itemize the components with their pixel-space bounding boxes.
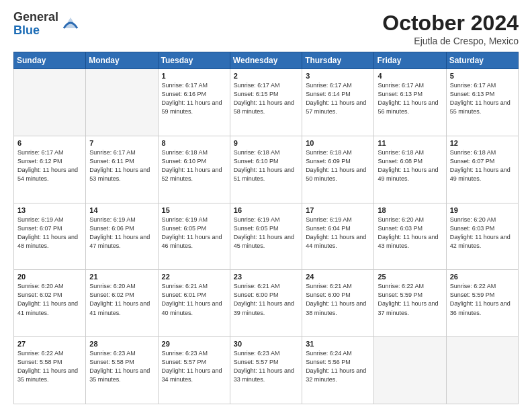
header: General Blue October 2024 Ejutla de Cres… bbox=[13, 11, 519, 46]
calendar-week-row: 13Sunrise: 6:19 AMSunset: 6:07 PMDayligh… bbox=[14, 203, 519, 270]
day-info: Sunrise: 6:23 AMSunset: 5:58 PMDaylight:… bbox=[89, 349, 154, 384]
calendar-cell: 4Sunrise: 6:17 AMSunset: 6:13 PMDaylight… bbox=[374, 69, 446, 136]
logo: General Blue bbox=[13, 11, 80, 38]
calendar-cell: 30Sunrise: 6:23 AMSunset: 5:57 PMDayligh… bbox=[230, 337, 302, 404]
calendar-cell: 22Sunrise: 6:21 AMSunset: 6:01 PMDayligh… bbox=[158, 270, 230, 337]
calendar-cell: 23Sunrise: 6:21 AMSunset: 6:00 PMDayligh… bbox=[230, 270, 302, 337]
calendar-cell: 21Sunrise: 6:20 AMSunset: 6:02 PMDayligh… bbox=[86, 270, 158, 337]
day-info: Sunrise: 6:18 AMSunset: 6:08 PMDaylight:… bbox=[378, 148, 442, 183]
day-info: Sunrise: 6:17 AMSunset: 6:15 PMDaylight:… bbox=[234, 81, 298, 116]
day-info: Sunrise: 6:21 AMSunset: 6:01 PMDaylight:… bbox=[162, 282, 226, 317]
weekday-header: Thursday bbox=[302, 52, 374, 69]
day-info: Sunrise: 6:24 AMSunset: 5:56 PMDaylight:… bbox=[306, 349, 370, 384]
day-info: Sunrise: 6:17 AMSunset: 6:13 PMDaylight:… bbox=[450, 81, 515, 116]
calendar-cell: 3Sunrise: 6:17 AMSunset: 6:14 PMDaylight… bbox=[302, 69, 374, 136]
calendar-cell: 11Sunrise: 6:18 AMSunset: 6:08 PMDayligh… bbox=[374, 136, 446, 203]
day-number: 20 bbox=[17, 273, 82, 281]
calendar-cell: 24Sunrise: 6:21 AMSunset: 6:00 PMDayligh… bbox=[302, 270, 374, 337]
day-info: Sunrise: 6:17 AMSunset: 6:16 PMDaylight:… bbox=[162, 81, 226, 116]
calendar-week-row: 20Sunrise: 6:20 AMSunset: 6:02 PMDayligh… bbox=[14, 270, 519, 337]
day-number: 23 bbox=[234, 273, 298, 281]
day-number: 25 bbox=[378, 273, 442, 281]
day-info: Sunrise: 6:22 AMSunset: 5:58 PMDaylight:… bbox=[17, 349, 82, 384]
day-number: 12 bbox=[450, 139, 515, 147]
calendar-cell bbox=[14, 69, 86, 136]
day-number: 28 bbox=[89, 340, 154, 348]
day-number: 8 bbox=[162, 139, 226, 147]
calendar-cell: 9Sunrise: 6:18 AMSunset: 6:10 PMDaylight… bbox=[230, 136, 302, 203]
weekday-header: Saturday bbox=[446, 52, 518, 69]
calendar-cell bbox=[446, 337, 518, 404]
weekday-header: Monday bbox=[86, 52, 158, 69]
day-info: Sunrise: 6:21 AMSunset: 6:00 PMDaylight:… bbox=[234, 282, 298, 317]
calendar-cell: 12Sunrise: 6:18 AMSunset: 6:07 PMDayligh… bbox=[446, 136, 518, 203]
calendar-cell: 14Sunrise: 6:19 AMSunset: 6:06 PMDayligh… bbox=[86, 203, 158, 270]
weekday-header: Friday bbox=[374, 52, 446, 69]
calendar-cell: 5Sunrise: 6:17 AMSunset: 6:13 PMDaylight… bbox=[446, 69, 518, 136]
calendar-cell: 27Sunrise: 6:22 AMSunset: 5:58 PMDayligh… bbox=[14, 337, 86, 404]
day-number: 18 bbox=[378, 206, 442, 214]
calendar-cell: 29Sunrise: 6:23 AMSunset: 5:57 PMDayligh… bbox=[158, 337, 230, 404]
page: General Blue October 2024 Ejutla de Cres… bbox=[0, 0, 532, 411]
day-number: 6 bbox=[17, 139, 82, 147]
day-number: 5 bbox=[450, 72, 515, 80]
day-info: Sunrise: 6:18 AMSunset: 6:10 PMDaylight:… bbox=[234, 148, 298, 183]
day-info: Sunrise: 6:17 AMSunset: 6:14 PMDaylight:… bbox=[306, 81, 370, 116]
day-number: 24 bbox=[306, 273, 370, 281]
day-number: 13 bbox=[17, 206, 82, 214]
day-info: Sunrise: 6:20 AMSunset: 6:03 PMDaylight:… bbox=[378, 216, 442, 250]
calendar-table: SundayMondayTuesdayWednesdayThursdayFrid… bbox=[13, 52, 519, 404]
calendar-week-row: 6Sunrise: 6:17 AMSunset: 6:12 PMDaylight… bbox=[14, 136, 519, 203]
calendar-cell: 19Sunrise: 6:20 AMSunset: 6:03 PMDayligh… bbox=[446, 203, 518, 270]
day-number: 27 bbox=[17, 340, 82, 348]
calendar-cell: 2Sunrise: 6:17 AMSunset: 6:15 PMDaylight… bbox=[230, 69, 302, 136]
day-info: Sunrise: 6:17 AMSunset: 6:11 PMDaylight:… bbox=[89, 148, 154, 183]
day-number: 4 bbox=[378, 72, 442, 80]
calendar-week-row: 1Sunrise: 6:17 AMSunset: 6:16 PMDaylight… bbox=[14, 69, 519, 136]
calendar-cell: 15Sunrise: 6:19 AMSunset: 6:05 PMDayligh… bbox=[158, 203, 230, 270]
day-number: 11 bbox=[378, 139, 442, 147]
day-info: Sunrise: 6:18 AMSunset: 6:10 PMDaylight:… bbox=[162, 148, 226, 183]
day-info: Sunrise: 6:19 AMSunset: 6:05 PMDaylight:… bbox=[162, 216, 226, 250]
day-number: 30 bbox=[234, 340, 298, 348]
day-info: Sunrise: 6:23 AMSunset: 5:57 PMDaylight:… bbox=[162, 349, 226, 384]
day-number: 3 bbox=[306, 72, 370, 80]
weekday-header: Tuesday bbox=[158, 52, 230, 69]
day-number: 26 bbox=[450, 273, 515, 281]
day-info: Sunrise: 6:19 AMSunset: 6:07 PMDaylight:… bbox=[17, 216, 82, 250]
logo-blue-text: Blue bbox=[13, 24, 58, 38]
day-info: Sunrise: 6:19 AMSunset: 6:05 PMDaylight:… bbox=[234, 216, 298, 250]
day-info: Sunrise: 6:21 AMSunset: 6:00 PMDaylight:… bbox=[306, 282, 370, 317]
day-info: Sunrise: 6:22 AMSunset: 5:59 PMDaylight:… bbox=[378, 282, 442, 317]
calendar-cell: 26Sunrise: 6:22 AMSunset: 5:59 PMDayligh… bbox=[446, 270, 518, 337]
calendar-cell: 18Sunrise: 6:20 AMSunset: 6:03 PMDayligh… bbox=[374, 203, 446, 270]
day-info: Sunrise: 6:19 AMSunset: 6:04 PMDaylight:… bbox=[306, 216, 370, 250]
day-number: 7 bbox=[89, 139, 154, 147]
calendar-cell: 17Sunrise: 6:19 AMSunset: 6:04 PMDayligh… bbox=[302, 203, 374, 270]
day-number: 1 bbox=[162, 72, 226, 80]
weekday-header: Sunday bbox=[14, 52, 86, 69]
calendar-cell: 10Sunrise: 6:18 AMSunset: 6:09 PMDayligh… bbox=[302, 136, 374, 203]
calendar-week-row: 27Sunrise: 6:22 AMSunset: 5:58 PMDayligh… bbox=[14, 337, 519, 404]
day-number: 14 bbox=[89, 206, 154, 214]
weekday-header: Wednesday bbox=[230, 52, 302, 69]
day-number: 22 bbox=[162, 273, 226, 281]
calendar-cell: 20Sunrise: 6:20 AMSunset: 6:02 PMDayligh… bbox=[14, 270, 86, 337]
calendar-cell: 28Sunrise: 6:23 AMSunset: 5:58 PMDayligh… bbox=[86, 337, 158, 404]
month-title: October 2024 bbox=[382, 11, 519, 36]
day-info: Sunrise: 6:22 AMSunset: 5:59 PMDaylight:… bbox=[450, 282, 515, 317]
day-number: 17 bbox=[306, 206, 370, 214]
day-number: 2 bbox=[234, 72, 298, 80]
calendar-cell: 1Sunrise: 6:17 AMSunset: 6:16 PMDaylight… bbox=[158, 69, 230, 136]
day-number: 31 bbox=[306, 340, 370, 348]
calendar-cell: 25Sunrise: 6:22 AMSunset: 5:59 PMDayligh… bbox=[374, 270, 446, 337]
day-info: Sunrise: 6:23 AMSunset: 5:57 PMDaylight:… bbox=[234, 349, 298, 384]
day-number: 21 bbox=[89, 273, 154, 281]
day-number: 10 bbox=[306, 139, 370, 147]
day-info: Sunrise: 6:20 AMSunset: 6:02 PMDaylight:… bbox=[17, 282, 82, 317]
day-number: 15 bbox=[162, 206, 226, 214]
day-info: Sunrise: 6:18 AMSunset: 6:07 PMDaylight:… bbox=[450, 148, 515, 183]
calendar-cell: 7Sunrise: 6:17 AMSunset: 6:11 PMDaylight… bbox=[86, 136, 158, 203]
logo-general-text: General bbox=[13, 11, 58, 24]
day-info: Sunrise: 6:17 AMSunset: 6:12 PMDaylight:… bbox=[17, 148, 82, 183]
